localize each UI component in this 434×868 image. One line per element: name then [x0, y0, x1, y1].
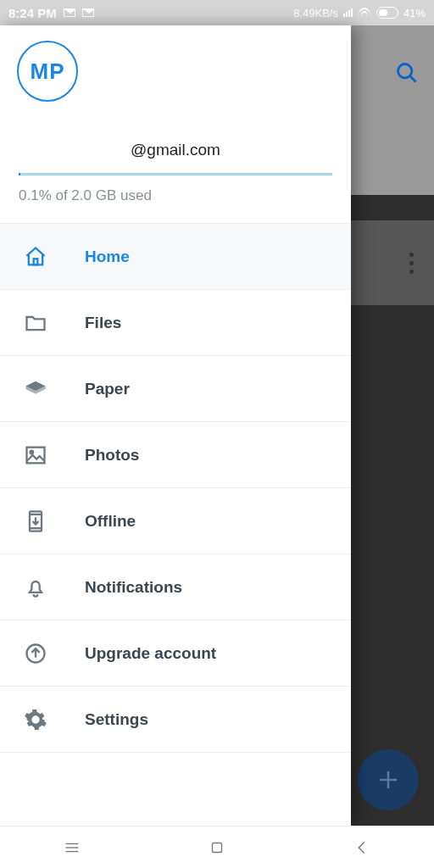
menu-item-upgrade[interactable]: Upgrade account: [0, 620, 351, 687]
overflow-menu-icon[interactable]: [409, 253, 414, 274]
svg-point-13: [33, 716, 39, 722]
avatar-initials: MP: [31, 58, 65, 85]
menu-item-paper[interactable]: Paper: [0, 356, 351, 422]
menu-label: Files: [85, 314, 121, 332]
menu-item-home[interactable]: Home: [0, 224, 351, 290]
status-bar: 8:24 PM 8.49KB/s 41%: [0, 0, 434, 25]
menu-label: Home: [85, 248, 130, 266]
nav-home-button[interactable]: [207, 837, 227, 858]
menu-label: Paper: [85, 380, 130, 398]
svg-line-1: [410, 76, 416, 82]
nav-recent-button[interactable]: [62, 837, 82, 858]
status-net-speed: 8.49KB/s: [293, 7, 338, 19]
bell-icon: [24, 576, 47, 599]
avatar[interactable]: MP: [17, 41, 78, 102]
menu-item-notifications[interactable]: Notifications: [0, 554, 351, 620]
mail-icon: [82, 8, 94, 17]
menu-item-files[interactable]: Files: [0, 290, 351, 356]
svg-rect-17: [212, 843, 221, 852]
photos-icon: [24, 443, 47, 467]
upgrade-icon: [24, 642, 47, 665]
svg-point-0: [398, 64, 412, 78]
drawer-menu: Home Files Paper: [0, 223, 351, 753]
nav-back-button[interactable]: [352, 837, 372, 858]
mail-icon: [64, 8, 75, 17]
svg-rect-4: [34, 259, 38, 264]
storage-progress: [19, 173, 332, 175]
menu-item-photos[interactable]: Photos: [0, 422, 351, 488]
menu-item-offline[interactable]: Offline: [0, 488, 351, 554]
gear-icon: [24, 708, 47, 732]
drawer-header: MP @gmail.com 0.1% of 2.0 GB used: [0, 25, 351, 223]
storage-usage-text: 0.1% of 2.0 GB used: [19, 187, 332, 204]
offline-icon: [24, 509, 47, 533]
menu-label: Notifications: [85, 578, 182, 597]
battery-icon: [376, 7, 398, 19]
menu-label: Offline: [85, 512, 136, 531]
svg-rect-7: [27, 447, 45, 463]
menu-label: Upgrade account: [85, 644, 216, 663]
nav-drawer: MP @gmail.com 0.1% of 2.0 GB used Home: [0, 25, 351, 826]
status-time: 8:24 PM: [8, 6, 57, 20]
fab-add-button[interactable]: [358, 749, 419, 810]
android-nav-bar: [0, 826, 434, 868]
menu-label: Photos: [85, 446, 139, 465]
status-battery: 41%: [403, 7, 426, 19]
signal-icon: [343, 8, 353, 17]
menu-item-settings[interactable]: Settings: [0, 687, 351, 753]
paper-icon: [24, 377, 47, 401]
account-email[interactable]: @gmail.com: [17, 141, 334, 159]
home-icon: [24, 245, 47, 269]
svg-point-8: [31, 450, 34, 453]
wifi-icon: [358, 8, 371, 18]
search-icon[interactable]: [395, 61, 419, 88]
folder-icon: [24, 311, 47, 335]
menu-label: Settings: [85, 710, 148, 729]
